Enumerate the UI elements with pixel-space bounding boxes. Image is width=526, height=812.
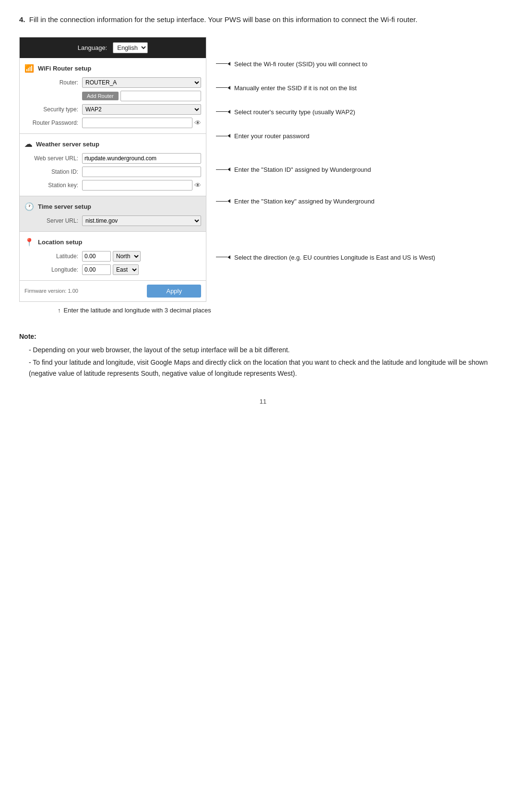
arrow-5 [216, 167, 230, 171]
security-type-label: Security type: [24, 106, 82, 113]
apply-button[interactable]: Apply [147, 285, 201, 298]
east-west-select[interactable]: East West [113, 264, 139, 275]
annotation-text-2: Manually enter the SSID if it is not on … [234, 84, 357, 93]
setup-panel: Language: English 📶 WiFi Router setup Ro… [19, 37, 206, 302]
language-label: Language: [78, 44, 107, 51]
web-server-control [82, 153, 201, 164]
annotation-text-1: Select the Wi-fi router (SSID) you will … [234, 60, 367, 69]
security-type-row: Security type: WAP2 WPA WEP None [20, 103, 206, 116]
add-router-control: Add Router [82, 91, 201, 101]
location-icon: 📍 [24, 238, 34, 247]
station-key-input[interactable] [82, 180, 192, 191]
arrow-7 [216, 255, 230, 259]
north-south-select[interactable]: North South [113, 251, 141, 262]
longitude-control: East West [82, 264, 201, 275]
note-item-2: - To find your latitude and longitude, v… [29, 357, 507, 379]
arrow-tip-7 [227, 255, 230, 259]
annotation-4: Enter your router password [216, 132, 435, 141]
ssid-manual-input[interactable] [120, 91, 201, 101]
weather-section-title: ☁ Weather server setup [20, 138, 206, 152]
arrow-4 [216, 134, 230, 138]
diagram-section: Language: English 📶 WiFi Router setup Ro… [19, 37, 507, 302]
latitude-label: Latitude: [24, 253, 82, 260]
annotation-text-7: Select the direction (e.g. EU countries … [234, 253, 435, 262]
annotation-5: Enter the "Station ID" assigned by Wunde… [216, 166, 435, 174]
note-title: Note: [19, 331, 507, 342]
security-type-select[interactable]: WAP2 WPA WEP None [82, 104, 201, 115]
station-id-control [82, 167, 201, 177]
web-server-label: Web server URL: [24, 155, 82, 162]
location-section-title: 📍 Location setup [20, 236, 206, 250]
longitude-input[interactable] [82, 264, 111, 275]
server-url-control: nist.time.gov [82, 215, 201, 226]
language-select[interactable]: English [113, 42, 148, 53]
wifi-section: 📶 WiFi Router setup Router: ROUTER_A ROU… [20, 58, 206, 134]
annotation-2: Manually enter the SSID if it is not on … [216, 84, 435, 93]
location-section: 📍 Location setup Latitude: North South L… [20, 232, 206, 281]
note-item-1: - Depending on your web browser, the lay… [29, 345, 507, 355]
note-section: Note: - Depending on your web browser, t… [19, 331, 507, 379]
web-server-row: Web server URL: [20, 152, 206, 165]
arrow-tip-5 [227, 167, 230, 171]
right-annotations: Select the Wi-fi router (SSID) you will … [206, 37, 435, 302]
time-section: 🕐 Time server setup Server URL: nist.tim… [20, 196, 206, 232]
clock-icon: 🕐 [24, 202, 34, 211]
page-number: 11 [19, 398, 507, 405]
longitude-label: Longitude: [24, 266, 82, 273]
arrow-tip-6 [227, 199, 230, 203]
bottom-caption: ↑ Enter the latitude and longitude with … [48, 307, 507, 314]
router-control: ROUTER_A ROUTER_B [82, 77, 201, 88]
arrow-tip-2 [227, 86, 230, 90]
add-router-button[interactable]: Add Router [82, 92, 119, 100]
arrow-tip-4 [227, 134, 230, 138]
station-id-label: Station ID: [24, 168, 82, 175]
arrow-tip-3 [227, 110, 230, 114]
arrow-3 [216, 110, 230, 114]
annotation-text-5: Enter the "Station ID" assigned by Wunde… [234, 166, 371, 174]
panel-header: Language: English [20, 37, 206, 58]
bottom-caption-arrow-icon: ↑ [58, 307, 61, 314]
latitude-row: Latitude: North South [20, 250, 206, 263]
server-url-select[interactable]: nist.time.gov [82, 215, 201, 226]
firmware-label: Firmware version: 1.00 [24, 288, 78, 294]
arrow-1 [216, 62, 230, 66]
security-type-control: WAP2 WPA WEP None [82, 104, 201, 115]
longitude-row: Longitude: East West [20, 263, 206, 276]
web-server-input[interactable] [82, 153, 201, 164]
annotation-text-4: Enter your router password [234, 132, 310, 141]
wifi-section-title: 📶 WiFi Router setup [20, 62, 206, 76]
arrow-tip-1 [227, 62, 230, 66]
station-key-control: 👁 [82, 180, 201, 191]
time-section-title: 🕐 Time server setup [20, 200, 206, 214]
cloud-icon: ☁ [24, 140, 32, 149]
arrow-2 [216, 86, 230, 90]
show-password-icon[interactable]: 👁 [194, 119, 201, 127]
annotation-3: Select router's security type (usually W… [216, 108, 435, 117]
annotation-1: Select the Wi-fi router (SSID) you will … [216, 60, 435, 69]
station-key-label: Station key: [24, 182, 82, 189]
latitude-input[interactable] [82, 251, 111, 262]
station-id-row: Station ID: [20, 165, 206, 179]
apply-firmware-section: Firmware version: 1.00 Apply [20, 281, 206, 301]
annotation-6: Enter the "Station key" assigned by Wund… [216, 197, 435, 206]
router-label: Router: [24, 79, 82, 86]
annotation-text-6: Enter the "Station key" assigned by Wund… [234, 197, 374, 206]
bottom-caption-text: Enter the latitude and longitude with 3 … [64, 307, 211, 314]
station-key-row: Station key: 👁 [20, 179, 206, 192]
show-station-key-icon[interactable]: 👁 [194, 181, 201, 189]
wifi-icon: 📶 [24, 64, 34, 73]
router-select[interactable]: ROUTER_A ROUTER_B [82, 77, 201, 88]
station-id-input[interactable] [82, 167, 201, 177]
annotation-7: Select the direction (e.g. EU countries … [216, 253, 435, 262]
password-control: 👁 [82, 118, 201, 128]
router-row: Router: ROUTER_A ROUTER_B [20, 76, 206, 89]
password-label: Router Password: [24, 119, 82, 126]
step-intro: 4. Fill in the connection information fo… [19, 14, 507, 25]
server-url-row: Server URL: nist.time.gov [20, 214, 206, 227]
weather-section: ☁ Weather server setup Web server URL: S… [20, 134, 206, 196]
step-number: 4. [19, 15, 25, 24]
password-input[interactable] [82, 118, 192, 128]
server-url-label: Server URL: [24, 217, 82, 224]
step-text: Fill in the connection information for t… [29, 15, 418, 24]
password-row: Router Password: 👁 [20, 116, 206, 130]
